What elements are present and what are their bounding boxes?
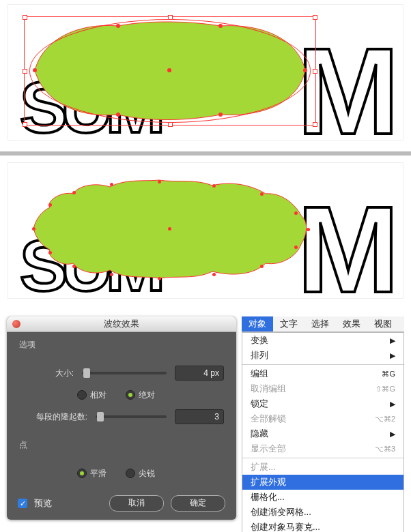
menubar-item-对象[interactable]: 对象 xyxy=(242,316,273,331)
close-icon[interactable] xyxy=(12,320,20,328)
menu-item: 全部解锁⌥⌘2 xyxy=(242,411,403,426)
ridges-label: 每段的隆起数: xyxy=(19,411,87,423)
object-dropdown: 变换▶排列▶编组⌘G取消编组⇧⌘G锁定▶全部解锁⌥⌘2隐藏▶显示全部⌥⌘3扩展.… xyxy=(242,332,404,532)
ridges-field[interactable]: 3 xyxy=(175,409,224,424)
menubar-item-文字[interactable]: 文字 xyxy=(273,316,304,331)
artboard-after: SUM M xyxy=(8,162,403,299)
group-point-label: 点 xyxy=(7,432,236,454)
menu-item[interactable]: 扩展外观 xyxy=(242,475,403,490)
menu-item[interactable]: 编组⌘G xyxy=(242,366,403,381)
menu-separator xyxy=(242,458,403,458)
menu-item: 取消编组⇧⌘G xyxy=(242,381,403,396)
radio-corner[interactable]: 尖锐 xyxy=(126,468,155,479)
menu-item: 显示全部⌥⌘3 xyxy=(242,441,403,456)
menu-item[interactable]: 创建对象马赛克... xyxy=(242,520,403,532)
preview-label: 预览 xyxy=(34,497,52,509)
radio-smooth[interactable]: 平滑 xyxy=(77,468,107,479)
ok-button[interactable]: 确定 xyxy=(171,495,225,512)
dialog-titlebar[interactable]: 波纹效果 xyxy=(7,316,236,332)
menubar-item-效果[interactable]: 效果 xyxy=(336,316,367,331)
menubar-item-视图[interactable]: 视图 xyxy=(367,316,399,331)
preview-checkbox[interactable]: ✓ xyxy=(18,499,27,508)
size-field[interactable]: 4 px xyxy=(175,366,224,381)
menu-separator xyxy=(242,364,403,365)
menubar: 对象文字选择效果视图 xyxy=(242,316,404,332)
letter-m-outline: M xyxy=(297,188,397,311)
size-label: 大小: xyxy=(19,368,74,379)
ridges-slider[interactable] xyxy=(96,415,167,418)
cancel-button[interactable]: 取消 xyxy=(109,495,164,512)
menu-item[interactable]: 创建渐变网格... xyxy=(242,505,403,520)
menu-item[interactable]: 排列▶ xyxy=(242,348,403,363)
center-handle[interactable] xyxy=(168,227,171,231)
artboard-before: SUM M xyxy=(8,4,403,141)
size-slider[interactable] xyxy=(82,372,167,374)
menu-item[interactable]: 隐藏▶ xyxy=(242,426,403,441)
menubar-item-选择[interactable]: 选择 xyxy=(304,316,336,331)
radio-absolute[interactable]: 绝对 xyxy=(126,389,155,401)
group-options-label: 选项 xyxy=(7,332,236,353)
object-menu: 对象文字选择效果视图 变换▶排列▶编组⌘G取消编组⇧⌘G锁定▶全部解锁⌥⌘2隐藏… xyxy=(242,316,404,532)
dialog-title: 波纹效果 xyxy=(104,319,139,329)
center-handle[interactable] xyxy=(168,69,171,72)
radio-relative[interactable]: 相对 xyxy=(77,389,107,401)
menu-item: 扩展... xyxy=(242,460,403,475)
menu-item[interactable]: 变换▶ xyxy=(242,333,403,348)
menu-item[interactable]: 栅格化... xyxy=(242,490,403,505)
menu-item[interactable]: 锁定▶ xyxy=(242,396,403,411)
roughen-dialog: 波纹效果 选项 大小: 4 px 相对 绝对 每段的隆起数: 3 点 平滑 尖锐 xyxy=(7,316,236,520)
